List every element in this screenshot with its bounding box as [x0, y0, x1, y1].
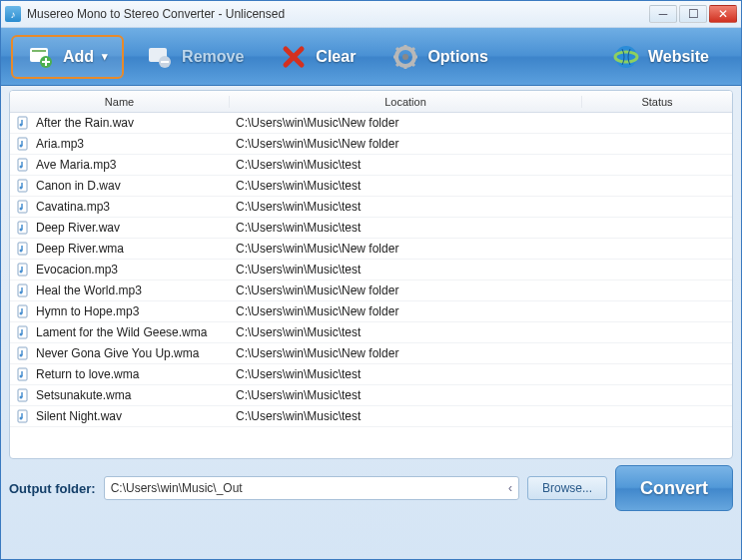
options-button[interactable]: Options — [377, 37, 501, 77]
svg-point-15 — [615, 46, 637, 68]
audio-file-icon — [16, 304, 30, 318]
audio-file-icon — [16, 263, 30, 277]
audio-file-icon — [16, 137, 30, 151]
table-row[interactable]: Ave Maria.mp3C:\Users\win\Music\test — [10, 155, 732, 176]
svg-point-28 — [20, 229, 23, 232]
svg-point-22 — [20, 166, 23, 169]
titlebar: ♪ Musereo Mono to Stereo Converter - Unl… — [1, 1, 741, 28]
svg-point-40 — [20, 354, 23, 357]
audio-file-icon — [16, 346, 30, 360]
browse-label: Browse... — [542, 481, 592, 495]
clear-button[interactable]: Clear — [266, 37, 370, 77]
file-location: C:\Users\win\Music\New folder — [230, 283, 582, 297]
add-label: Add — [63, 48, 94, 66]
file-name: Heal the World.mp3 — [36, 283, 142, 297]
window-title: Musereo Mono to Stereo Converter - Unlic… — [27, 7, 649, 21]
table-row[interactable]: Never Gona Give You Up.wmaC:\Users\win\M… — [10, 343, 732, 364]
add-icon — [27, 43, 55, 71]
file-name: Silent Night.wav — [36, 409, 122, 423]
globe-icon — [612, 43, 640, 71]
gear-icon — [391, 43, 419, 71]
file-name: Canon in D.wav — [36, 179, 121, 193]
column-header-name[interactable]: Name — [10, 96, 230, 108]
chevron-left-icon[interactable]: ‹ — [494, 481, 512, 495]
audio-file-icon — [16, 179, 30, 193]
svg-point-18 — [20, 124, 23, 127]
output-folder-label: Output folder: — [9, 481, 96, 496]
file-name: Evocacion.mp3 — [36, 263, 118, 277]
maximize-button[interactable]: ☐ — [679, 5, 707, 23]
file-location: C:\Users\win\Music\New folder — [230, 116, 582, 130]
close-button[interactable]: ✕ — [709, 5, 737, 23]
svg-point-26 — [20, 208, 23, 211]
svg-point-24 — [20, 187, 23, 190]
file-name: Lament for the Wild Geese.wma — [36, 325, 207, 339]
add-button[interactable]: Add ▾ — [11, 35, 124, 79]
table-row[interactable]: Setsunakute.wmaC:\Users\win\Music\test — [10, 385, 732, 406]
table-row[interactable]: Deep River.wavC:\Users\win\Music\test — [10, 218, 732, 239]
svg-point-6 — [402, 54, 408, 60]
table-row[interactable]: Deep River.wmaC:\Users\win\Music\New fol… — [10, 239, 732, 260]
file-name: Deep River.wav — [36, 221, 120, 235]
column-header-status[interactable]: Status — [582, 96, 732, 108]
file-location: C:\Users\win\Music\test — [230, 221, 582, 235]
app-icon: ♪ — [5, 6, 21, 22]
table-row[interactable]: Lament for the Wild Geese.wmaC:\Users\wi… — [10, 322, 732, 343]
table-row[interactable]: Evocacion.mp3C:\Users\win\Music\test — [10, 260, 732, 280]
app-window: ♪ Musereo Mono to Stereo Converter - Unl… — [0, 0, 742, 560]
website-button[interactable]: Website — [598, 37, 723, 77]
output-folder-path: C:\Users\win\Music\_Out — [111, 481, 494, 495]
clear-icon — [280, 43, 308, 71]
table-header: Name Location Status — [10, 91, 732, 113]
clear-label: Clear — [316, 48, 356, 66]
table-row[interactable]: Aria.mp3C:\Users\win\Music\New folder — [10, 134, 732, 155]
table-body: After the Rain.wavC:\Users\win\Music\New… — [10, 113, 732, 427]
file-name: Aria.mp3 — [36, 137, 84, 151]
audio-file-icon — [16, 409, 30, 423]
svg-line-14 — [396, 63, 399, 66]
remove-label: Remove — [182, 48, 244, 66]
remove-icon — [146, 43, 174, 71]
audio-file-icon — [16, 158, 30, 172]
browse-button[interactable]: Browse... — [527, 476, 607, 500]
file-location: C:\Users\win\Music\test — [230, 179, 582, 193]
website-label: Website — [648, 48, 709, 66]
file-location: C:\Users\win\Music\test — [230, 325, 582, 339]
table-row[interactable]: Hymn to Hope.mp3C:\Users\win\Music\New f… — [10, 301, 732, 322]
file-location: C:\Users\win\Music\test — [230, 388, 582, 402]
svg-point-30 — [20, 250, 23, 253]
file-name: Cavatina.mp3 — [36, 200, 110, 214]
file-location: C:\Users\win\Music\test — [230, 158, 582, 172]
file-name: Ave Maria.mp3 — [36, 158, 116, 172]
audio-file-icon — [16, 200, 30, 214]
file-name: Never Gona Give You Up.wma — [36, 346, 199, 360]
svg-point-44 — [20, 396, 23, 399]
table-row[interactable]: Return to love.wmaC:\Users\win\Music\tes… — [10, 364, 732, 385]
audio-file-icon — [16, 367, 30, 381]
file-name: Deep River.wma — [36, 242, 124, 256]
audio-file-icon — [16, 221, 30, 235]
file-location: C:\Users\win\Music\test — [230, 409, 582, 423]
audio-file-icon — [16, 283, 30, 297]
table-row[interactable]: Canon in D.wavC:\Users\win\Music\test — [10, 176, 732, 197]
toolbar: Add ▾ Remove Clear Options Websit — [1, 28, 741, 86]
minimize-button[interactable]: ─ — [649, 5, 677, 23]
file-location: C:\Users\win\Music\test — [230, 367, 582, 381]
column-header-location[interactable]: Location — [230, 96, 582, 108]
remove-button[interactable]: Remove — [132, 37, 258, 77]
svg-line-13 — [411, 48, 414, 51]
svg-point-42 — [20, 375, 23, 378]
output-folder-input[interactable]: C:\Users\win\Music\_Out ‹ — [104, 476, 519, 500]
table-row[interactable]: Cavatina.mp3C:\Users\win\Music\test — [10, 197, 732, 218]
table-row[interactable]: After the Rain.wavC:\Users\win\Music\New… — [10, 113, 732, 134]
convert-button[interactable]: Convert — [615, 465, 733, 511]
table-row[interactable]: Heal the World.mp3C:\Users\win\Music\New… — [10, 280, 732, 301]
svg-rect-1 — [32, 50, 46, 52]
svg-point-20 — [20, 145, 23, 148]
svg-point-32 — [20, 271, 23, 274]
file-table: Name Location Status After the Rain.wavC… — [9, 90, 733, 459]
table-row[interactable]: Silent Night.wavC:\Users\win\Music\test — [10, 406, 732, 427]
chevron-down-icon: ▾ — [102, 50, 108, 63]
audio-file-icon — [16, 242, 30, 256]
svg-point-38 — [20, 333, 23, 336]
